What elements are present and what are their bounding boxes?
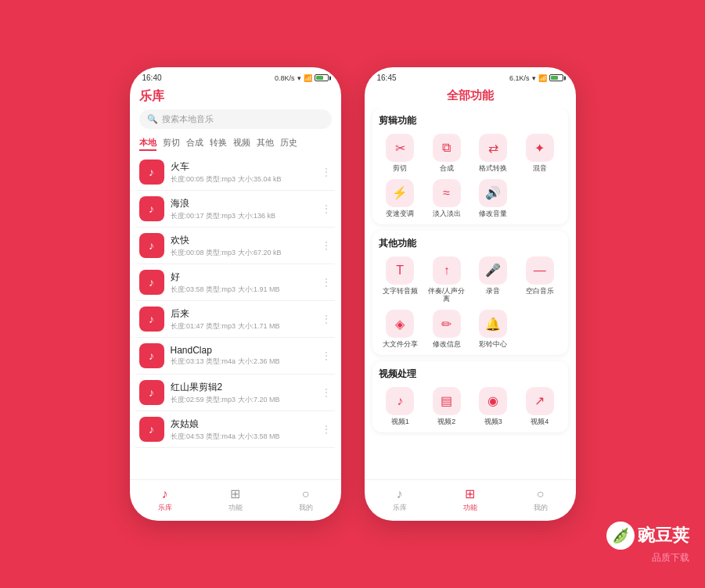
song-item[interactable]: ♪ 欢快 长度:00:08 类型:mp3 大小:67.20 kB ⋮ bbox=[136, 228, 335, 264]
nav-icon-我的: ○ bbox=[537, 487, 545, 501]
nav-icon-乐库: ♪ bbox=[162, 487, 168, 501]
nav-item-功能[interactable]: ⊞功能 bbox=[463, 486, 477, 513]
nav-item-我的[interactable]: ○我的 bbox=[534, 487, 548, 513]
bottom-nav-1: ♪乐库⊞功能○我的 bbox=[130, 479, 341, 521]
song-title: 红山果剪辑2 bbox=[171, 381, 315, 394]
tab-转换[interactable]: 转换 bbox=[210, 137, 227, 151]
song-more-icon[interactable]: ⋮ bbox=[321, 423, 332, 436]
nav-icon-乐库: ♪ bbox=[397, 487, 403, 501]
nav-item-乐库[interactable]: ♪乐库 bbox=[393, 487, 407, 513]
tab-视频[interactable]: 视频 bbox=[233, 137, 250, 151]
tab-历史[interactable]: 历史 bbox=[280, 137, 297, 151]
func-icon: — bbox=[526, 256, 554, 285]
song-icon: ♪ bbox=[139, 417, 164, 442]
tab-其他[interactable]: 其他 bbox=[257, 137, 274, 151]
song-info: 红山果剪辑2 长度:02:59 类型:mp3 大小:7.20 MB bbox=[171, 381, 315, 405]
song-more-icon[interactable]: ⋮ bbox=[321, 166, 332, 178]
song-item[interactable]: ♪ 后来 长度:01:47 类型:mp3 大小:1.71 MB ⋮ bbox=[136, 301, 335, 338]
battery-1 bbox=[315, 74, 329, 81]
song-more-icon[interactable]: ⋮ bbox=[321, 203, 332, 215]
song-item[interactable]: ♪ 好 长度:03:58 类型:mp3 大小:1.91 MB ⋮ bbox=[136, 264, 335, 301]
wifi-icon-1: ▾ bbox=[297, 74, 301, 82]
functions-content: 剪辑功能 ✂ 剪切 ⧉ 合成 ⇄ 格式转换 ✦ 混音 ⚡ 变速变调 ≈ 淡入淡出… bbox=[365, 108, 576, 479]
func-item-空白音乐[interactable]: — 空白音乐 bbox=[518, 256, 562, 304]
func-item-合成[interactable]: ⧉ 合成 bbox=[425, 134, 469, 173]
tab-本地[interactable]: 本地 bbox=[139, 137, 156, 151]
song-info: 欢快 长度:00:08 类型:mp3 大小:67.20 kB bbox=[171, 234, 315, 258]
func-item-文字转音频[interactable]: T 文字转音频 bbox=[379, 256, 423, 304]
nav-label: 我的 bbox=[534, 503, 548, 513]
func-icon: ✂ bbox=[386, 134, 414, 162]
func-item-label: 彩铃中心 bbox=[479, 340, 507, 349]
func-item-伴奏/人声分离[interactable]: ↑ 伴奏/人声分离 bbox=[425, 256, 469, 304]
song-item[interactable]: ♪ 火车 长度:00:05 类型:mp3 大小:35.04 kB ⋮ bbox=[136, 154, 335, 191]
signal-icon-2: 📶 bbox=[538, 74, 547, 82]
song-title: 火车 bbox=[171, 160, 315, 174]
song-info: 海浪 长度:00:17 类型:mp3 大小:136 kB bbox=[171, 197, 315, 221]
func-item-修改音量[interactable]: 🔊 修改音量 bbox=[472, 179, 516, 218]
func-item-视频2[interactable]: ▤ 视频2 bbox=[425, 387, 469, 426]
song-more-icon[interactable]: ⋮ bbox=[321, 386, 332, 399]
func-item-修改信息[interactable]: ✏ 修改信息 bbox=[425, 310, 469, 349]
func-item-变速变调[interactable]: ⚡ 变速变调 bbox=[379, 179, 423, 218]
func-icon: ◉ bbox=[479, 387, 507, 415]
song-item[interactable]: ♪ 海浪 长度:00:17 类型:mp3 大小:136 kB ⋮ bbox=[136, 191, 335, 228]
func-icon: ↗ bbox=[526, 387, 554, 415]
song-item[interactable]: ♪ HandClap 长度:03:13 类型:m4a 大小:2.36 MB ⋮ bbox=[136, 338, 335, 375]
func-item-剪切[interactable]: ✂ 剪切 bbox=[379, 134, 423, 173]
song-more-icon[interactable]: ⋮ bbox=[321, 313, 332, 325]
func-item-label: 变速变调 bbox=[386, 210, 414, 218]
song-icon: ♪ bbox=[139, 160, 164, 185]
func-item-录音[interactable]: 🎤 录音 bbox=[472, 256, 516, 304]
song-info: HandClap 长度:03:13 类型:m4a 大小:2.36 MB bbox=[171, 345, 315, 367]
func-item-视频1[interactable]: ♪ 视频1 bbox=[379, 387, 423, 426]
func-section-其他功能: 其他功能 T 文字转音频 ↑ 伴奏/人声分离 🎤 录音 — 空白音乐 ◈ 大文件… bbox=[372, 231, 568, 355]
song-item[interactable]: ♪ 灰姑娘 长度:04:53 类型:m4a 大小:3.58 MB ⋮ bbox=[136, 411, 335, 448]
func-item-label: 大文件分享 bbox=[383, 340, 418, 349]
func-item-label: 视频4 bbox=[531, 418, 549, 426]
func-icon: ◈ bbox=[386, 310, 414, 338]
func-item-视频4[interactable]: ↗ 视频4 bbox=[518, 387, 562, 426]
nav-label: 功能 bbox=[228, 503, 243, 513]
song-info: 火车 长度:00:05 类型:mp3 大小:35.04 kB bbox=[171, 160, 315, 185]
status-icons-1: 0.8K/s ▾ 📶 bbox=[275, 74, 329, 82]
song-meta: 长度:00:17 类型:mp3 大小:136 kB bbox=[171, 211, 315, 221]
search-bar[interactable]: 🔍 搜索本地音乐 bbox=[139, 109, 332, 129]
func-item-label: 录音 bbox=[486, 287, 500, 296]
song-more-icon[interactable]: ⋮ bbox=[321, 276, 332, 289]
func-item-label: 剪切 bbox=[393, 164, 407, 173]
tab-剪切[interactable]: 剪切 bbox=[163, 137, 180, 151]
nav-label: 乐库 bbox=[158, 503, 172, 513]
song-title: 海浪 bbox=[171, 197, 315, 210]
song-info: 好 长度:03:58 类型:mp3 大小:1.91 MB bbox=[171, 271, 315, 295]
func-item-彩铃中心[interactable]: 🔔 彩铃中心 bbox=[472, 310, 516, 349]
func-item-label: 格式转换 bbox=[479, 164, 507, 173]
song-meta: 长度:01:47 类型:mp3 大小:1.71 MB bbox=[171, 321, 315, 332]
func-section-title: 视频处理 bbox=[379, 368, 562, 381]
song-more-icon[interactable]: ⋮ bbox=[321, 350, 332, 362]
song-meta: 长度:00:08 类型:mp3 大小:67.20 kB bbox=[171, 248, 315, 258]
nav-item-乐库[interactable]: ♪乐库 bbox=[158, 487, 172, 513]
func-icon: ♪ bbox=[386, 387, 414, 415]
func-item-大文件分享[interactable]: ◈ 大文件分享 bbox=[379, 310, 423, 349]
func-item-混音[interactable]: ✦ 混音 bbox=[518, 134, 562, 173]
func-grid: ♪ 视频1 ▤ 视频2 ◉ 视频3 ↗ 视频4 bbox=[379, 387, 562, 426]
func-item-label: 修改音量 bbox=[479, 210, 507, 218]
main-background: 16:40 0.8K/s ▾ 📶 乐库 🔍 搜索本地音乐 本地剪切合成转换视频其… bbox=[0, 0, 705, 588]
search-icon: 🔍 bbox=[147, 114, 158, 124]
func-item-视频3[interactable]: ◉ 视频3 bbox=[472, 387, 516, 426]
func-item-淡入淡出[interactable]: ≈ 淡入淡出 bbox=[425, 179, 469, 218]
nav-item-功能[interactable]: ⊞功能 bbox=[228, 486, 243, 513]
nav-icon-我的: ○ bbox=[302, 487, 310, 501]
phone-notch bbox=[204, 67, 267, 80]
func-item-label: 空白音乐 bbox=[526, 287, 554, 296]
library-header: 乐库 🔍 搜索本地音乐 bbox=[130, 85, 341, 134]
song-more-icon[interactable]: ⋮ bbox=[321, 239, 332, 252]
phone-library: 16:40 0.8K/s ▾ 📶 乐库 🔍 搜索本地音乐 本地剪切合成转换视频其… bbox=[130, 67, 341, 521]
status-icons-2: 6.1K/s ▾ 📶 bbox=[509, 74, 563, 82]
song-title: 好 bbox=[171, 271, 315, 284]
func-item-格式转换[interactable]: ⇄ 格式转换 bbox=[472, 134, 516, 173]
tab-合成[interactable]: 合成 bbox=[186, 137, 203, 151]
song-item[interactable]: ♪ 红山果剪辑2 长度:02:59 类型:mp3 大小:7.20 MB ⋮ bbox=[136, 375, 335, 411]
nav-item-我的[interactable]: ○我的 bbox=[299, 487, 313, 513]
